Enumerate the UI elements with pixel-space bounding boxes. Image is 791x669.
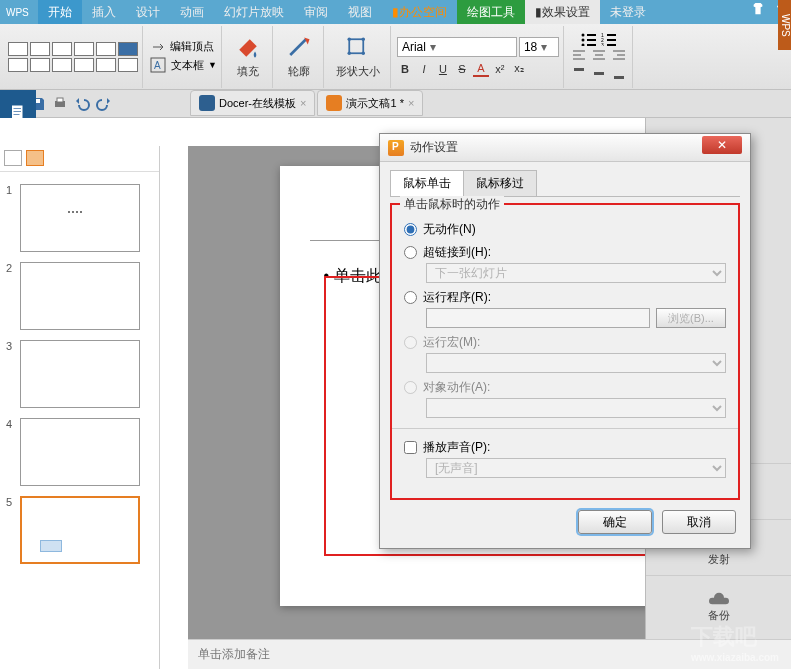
svg-point-5 [361, 38, 365, 42]
svg-rect-20 [574, 68, 584, 71]
docer-icon [199, 95, 215, 111]
outline-group: 轮廓 [275, 26, 324, 88]
radio-hyperlink[interactable]: 超链接到(H): [404, 244, 726, 261]
svg-rect-26 [57, 98, 63, 102]
edit-vertices-label[interactable]: 编辑顶点 [170, 39, 214, 54]
radio-object-action[interactable]: 对象动作(A): [404, 379, 726, 396]
watermark: 下载吧www.xiazaiba.com [691, 622, 779, 663]
browse-button[interactable]: 浏览(B)... [656, 308, 726, 328]
align-center-icon[interactable] [590, 48, 608, 64]
sound-select[interactable]: [无声音] [426, 458, 726, 478]
undo-icon[interactable] [74, 96, 90, 112]
slide-thumb[interactable]: 4 [6, 418, 153, 486]
svg-rect-13 [587, 44, 596, 46]
align-bot-icon[interactable] [610, 66, 628, 82]
align-top-icon[interactable] [570, 66, 588, 82]
program-path-input[interactable] [426, 308, 650, 328]
font-size-select[interactable]: 18▾ [519, 37, 559, 57]
tab-drawing-tools[interactable]: 绘图工具 [457, 0, 525, 24]
svg-rect-21 [594, 72, 604, 75]
tab-view[interactable]: 视图 [338, 0, 382, 24]
shirt-icon[interactable] [751, 2, 765, 16]
svg-point-4 [347, 38, 351, 42]
svg-rect-22 [614, 76, 624, 79]
shape-gallery-group [4, 26, 143, 88]
wps-side-logo: WPS [778, 0, 791, 50]
superscript-button[interactable]: x² [492, 61, 508, 77]
tab-mouse-hover[interactable]: 鼠标移过 [463, 170, 537, 196]
tab-slideshow[interactable]: 幻灯片放映 [214, 0, 294, 24]
doc-tab-presentation[interactable]: 演示文稿1 *× [317, 90, 423, 116]
app-icon [388, 140, 404, 156]
tab-start[interactable]: 开始 [38, 0, 82, 24]
fill-group: 填充 [224, 26, 273, 88]
svg-point-6 [347, 52, 351, 56]
bold-button[interactable]: B [397, 61, 413, 77]
tab-not-logged[interactable]: 未登录 [600, 0, 656, 24]
slide-thumbnail-panel: 1 2 3 4 5 [0, 146, 160, 669]
tab-office-space[interactable]: ▮办公空间 [382, 0, 457, 24]
align-mid-icon[interactable] [590, 66, 608, 82]
dialog-close-button[interactable]: ✕ [702, 136, 742, 154]
outline-view-icon[interactable] [4, 150, 22, 166]
outline-button[interactable]: 轮廓 [279, 32, 319, 81]
dialog-titlebar[interactable]: 动作设置 ✕ [380, 134, 750, 162]
slide-thumb[interactable]: 2 [6, 262, 153, 330]
ok-button[interactable]: 确定 [578, 510, 652, 534]
tab-design[interactable]: 设计 [126, 0, 170, 24]
number-list-icon[interactable]: 123 [601, 32, 617, 46]
font-color-button[interactable]: A [473, 61, 489, 77]
strike-button[interactable]: S [454, 61, 470, 77]
shape-size-button[interactable]: 形状大小 [330, 32, 386, 81]
tab-effect-settings[interactable]: ▮效果设置 [525, 0, 600, 24]
fieldset-legend: 单击鼠标时的动作 [400, 196, 504, 213]
textbox-btn[interactable]: 文本框 [171, 58, 204, 73]
radio-run-macro[interactable]: 运行宏(M): [404, 334, 726, 351]
close-icon[interactable]: × [300, 97, 306, 109]
slide-thumb[interactable]: 3 [6, 340, 153, 408]
action-fieldset: 单击鼠标时的动作 无动作(N) 超链接到(H): 下一张幻灯片 运行程序(R):… [390, 203, 740, 500]
subscript-button[interactable]: x₂ [511, 61, 527, 77]
print-icon[interactable] [52, 96, 68, 112]
italic-button[interactable]: I [416, 61, 432, 77]
ribbon-body: 编辑顶点 A文本框▼ 填充 轮廓 形状大小 Arial▾ 18▾ B I U S… [0, 24, 791, 90]
edit-vertices-group: 编辑顶点 A文本框▼ [145, 26, 222, 88]
align-right-icon[interactable] [610, 48, 628, 64]
checkbox-play-sound[interactable]: 播放声音(P): [404, 439, 726, 456]
svg-rect-11 [587, 39, 596, 41]
document-tabs: Docer-在线模板× 演示文稿1 *× [190, 90, 425, 116]
ribbon-tab-bar: WPS 开始 插入 设计 动画 幻灯片放映 审阅 视图 ▮办公空间 绘图工具 ▮… [0, 0, 791, 24]
svg-rect-9 [587, 34, 596, 36]
hyperlink-select[interactable]: 下一张幻灯片 [426, 263, 726, 283]
object-action-select[interactable] [426, 398, 726, 418]
list-align-group: 123 [566, 26, 633, 88]
dialog-title: 动作设置 [410, 139, 696, 156]
dialog-tabs: 鼠标单击 鼠标移过 [390, 170, 740, 197]
svg-rect-19 [607, 44, 616, 46]
slide-thumb-selected[interactable]: 5 [6, 496, 153, 564]
tab-mouse-click[interactable]: 鼠标单击 [390, 170, 464, 196]
font-name-select[interactable]: Arial▾ [397, 37, 517, 57]
close-icon[interactable]: × [408, 97, 414, 109]
tab-insert[interactable]: 插入 [82, 0, 126, 24]
slide-thumb[interactable]: 1 [6, 184, 153, 252]
tab-animation[interactable]: 动画 [170, 0, 214, 24]
bullet-list-icon[interactable] [581, 32, 597, 46]
redo-icon[interactable] [96, 96, 112, 112]
shape-size-group: 形状大小 [326, 26, 391, 88]
align-left-icon[interactable] [570, 48, 588, 64]
cancel-button[interactable]: 取消 [662, 510, 736, 534]
doc-tab-docer[interactable]: Docer-在线模板× [190, 90, 315, 116]
macro-select[interactable] [426, 353, 726, 373]
tab-review[interactable]: 审阅 [294, 0, 338, 24]
underline-button[interactable]: U [435, 61, 451, 77]
radio-none[interactable]: 无动作(N) [404, 221, 726, 238]
svg-rect-3 [349, 39, 363, 53]
shape-cell[interactable] [8, 42, 28, 56]
thumb-view-icon[interactable] [26, 150, 44, 166]
presentation-icon [326, 95, 342, 111]
svg-text:3: 3 [601, 42, 604, 46]
textbox-icon: A [149, 56, 167, 74]
radio-run-program[interactable]: 运行程序(R): [404, 289, 726, 306]
fill-button[interactable]: 填充 [228, 32, 268, 81]
